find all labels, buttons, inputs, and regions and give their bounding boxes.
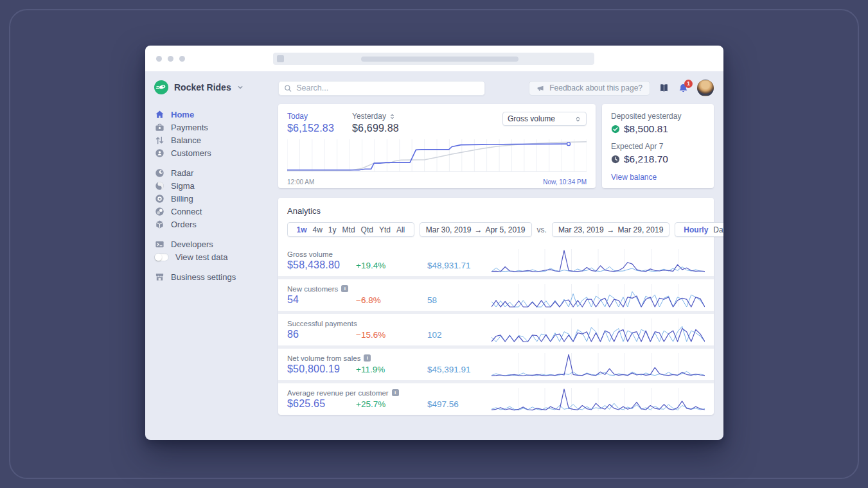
- window-minimize-button[interactable]: [168, 56, 173, 62]
- sidebar-item-sigma[interactable]: Sigma: [154, 179, 270, 192]
- metric-change: −15.6%: [356, 330, 427, 340]
- sidebar-item-label: Payments: [171, 123, 208, 132]
- info-icon[interactable]: i: [341, 285, 348, 292]
- sparkline-chart: [492, 352, 705, 378]
- search-icon: [284, 84, 292, 92]
- megaphone-icon: [536, 84, 545, 92]
- search-input[interactable]: [296, 83, 479, 92]
- sidebar-item-radar[interactable]: Radar: [154, 166, 270, 179]
- metric-change: +25.7%: [356, 399, 427, 409]
- main-content: Feedback about this page? 1: [270, 71, 723, 440]
- metric-value: $625.65: [287, 398, 356, 410]
- test-data-toggle[interactable]: [154, 253, 169, 261]
- sidebar-item-view-test-data[interactable]: View test data: [154, 250, 270, 263]
- metric-row-average-revenue[interactable]: Average revenue per customeri $625.65 +2…: [278, 383, 714, 415]
- metric-value: $58,438.80: [287, 259, 356, 271]
- overview-chart: [287, 138, 587, 174]
- range-option-all[interactable]: All: [393, 225, 407, 234]
- sidebar-item-label: Home: [171, 110, 194, 119]
- range-option-ytd[interactable]: Ytd: [376, 225, 393, 234]
- sidebar-item-label: Billing: [171, 194, 193, 204]
- sidebar-item-billing[interactable]: Billing: [154, 192, 270, 205]
- metric-row-net-volume[interactable]: Net volume from salesi $50,800.19 +11.9%…: [278, 349, 714, 380]
- docs-button[interactable]: [659, 83, 669, 93]
- sidebar-item-customers[interactable]: Customers: [154, 146, 270, 159]
- rocket-rides-logo-icon: [154, 80, 168, 94]
- vs-label: vs.: [537, 225, 547, 234]
- range-option-mtd[interactable]: Mtd: [339, 225, 358, 234]
- topbar: Feedback about this page? 1: [278, 80, 714, 96]
- sparkline-chart: [492, 283, 705, 308]
- analytics-card: Analytics 1w 4w 1y Mtd Qtd Ytd All Mar: [278, 198, 714, 415]
- feedback-button[interactable]: Feedback about this page?: [529, 81, 650, 96]
- metric-row-gross-volume[interactable]: Gross volume $58,438.80 +19.4% $48,931.7…: [278, 245, 714, 276]
- period-date-range[interactable]: Mar 30, 2019 → Apr 5, 2019: [420, 222, 532, 237]
- period-start: Mar 30, 2019: [426, 225, 472, 234]
- address-bar[interactable]: [273, 53, 594, 65]
- metric-previous-value: $45,391.91: [427, 365, 471, 374]
- analytics-filters: 1w 4w 1y Mtd Qtd Ytd All Mar 30, 2019 → …: [287, 222, 705, 237]
- sidebar-item-label: Sigma: [171, 181, 195, 191]
- orders-icon: [154, 219, 164, 229]
- expected-value: $6,218.70: [624, 153, 668, 165]
- sidebar-item-label: Developers: [171, 240, 213, 249]
- radar-icon: [154, 168, 164, 178]
- granularity-hourly[interactable]: Hourly: [681, 225, 711, 234]
- check-circle-icon: [611, 125, 620, 134]
- yesterday-label: Yesterday: [352, 112, 386, 121]
- metric-previous-value: 58: [427, 295, 437, 305]
- metric-select[interactable]: Gross volume: [502, 112, 587, 126]
- range-option-1w[interactable]: 1w: [294, 225, 310, 234]
- today-label: Today: [287, 112, 334, 121]
- sidebar-nav: Home Payments Balance Customers: [154, 108, 270, 283]
- sidebar-item-label: View test data: [175, 252, 227, 262]
- browser-window: Rocket Rides Home Payments: [145, 46, 723, 440]
- sort-arrows-icon[interactable]: [389, 113, 396, 120]
- feedback-label: Feedback about this page?: [549, 83, 642, 92]
- metric-change: +19.4%: [356, 261, 427, 270]
- info-icon[interactable]: i: [392, 389, 399, 396]
- account-name: Rocket Rides: [174, 82, 231, 92]
- sidebar-item-business-settings[interactable]: Business settings: [154, 270, 270, 283]
- range-option-4w[interactable]: 4w: [310, 225, 325, 234]
- sidebar-item-label: Connect: [171, 207, 202, 216]
- account-switcher[interactable]: Rocket Rides: [154, 80, 270, 94]
- metric-select-value: Gross volume: [508, 114, 574, 123]
- arrow-right-icon: →: [474, 225, 482, 234]
- sidebar-item-balance[interactable]: Balance: [154, 134, 270, 146]
- metric-change: −6.8%: [356, 295, 427, 305]
- sidebar-item-home[interactable]: Home: [154, 108, 270, 121]
- window-zoom-button[interactable]: [179, 56, 185, 62]
- sidebar-item-connect[interactable]: Connect: [154, 205, 270, 218]
- metric-row-new-customers[interactable]: New customersi 54 −6.8% 58: [278, 279, 714, 311]
- metric-label: New customers: [287, 285, 338, 293]
- x-axis-end-label: Now, 10:34 PM: [543, 179, 587, 186]
- sidebar-item-label: Balance: [171, 135, 201, 145]
- notifications-button[interactable]: 1: [678, 83, 689, 94]
- sparkline-chart: [492, 248, 705, 274]
- compare-end: Mar 29, 2019: [618, 225, 664, 234]
- sidebar-item-developers[interactable]: Developers: [154, 238, 270, 250]
- avatar[interactable]: [697, 80, 714, 96]
- today-value: $6,152.83: [287, 123, 334, 134]
- granularity-daily[interactable]: Daily: [711, 225, 723, 234]
- range-option-qtd[interactable]: Qtd: [358, 225, 376, 234]
- window-close-button[interactable]: [156, 56, 162, 62]
- sidebar-item-payments[interactable]: Payments: [154, 121, 270, 134]
- metric-value: 54: [287, 294, 356, 306]
- favicon-placeholder: [277, 55, 284, 62]
- toggle-knob: [155, 254, 162, 261]
- browser-chrome: [145, 46, 723, 71]
- customers-icon: [154, 148, 164, 158]
- select-stepper-icon: [574, 116, 581, 123]
- metric-label: Net volume from sales: [287, 354, 360, 362]
- range-option-1y[interactable]: 1y: [325, 225, 339, 234]
- info-icon[interactable]: i: [364, 354, 371, 362]
- sparkline-chart: [492, 387, 705, 412]
- view-balance-link[interactable]: View balance: [611, 173, 705, 182]
- search-bar[interactable]: [278, 81, 485, 96]
- book-icon: [659, 83, 669, 93]
- compare-date-range[interactable]: Mar 23, 2019 → Mar 29, 2019: [552, 222, 669, 237]
- sidebar-item-orders[interactable]: Orders: [154, 218, 270, 231]
- metric-row-successful-payments[interactable]: Successful payments 86 −15.6% 102: [278, 314, 714, 345]
